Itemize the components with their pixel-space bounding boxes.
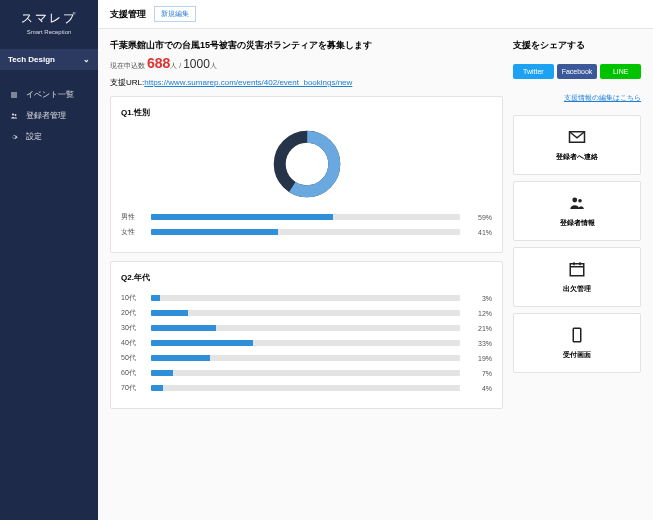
nav-label: 登録者管理 — [26, 110, 66, 121]
share-line-button[interactable]: LINE — [600, 64, 641, 79]
share-twitter-button[interactable]: Twitter — [513, 64, 554, 79]
bar-value: 21% — [468, 325, 492, 332]
bar-row: 70代4% — [121, 383, 492, 393]
card-title: Q1.性別 — [121, 107, 492, 118]
bar-fill — [151, 295, 160, 301]
nav-item-settings[interactable]: 設定 — [0, 126, 98, 147]
users-icon — [568, 194, 586, 212]
topbar: 支援管理 新規編集 — [98, 0, 653, 29]
bar-value: 12% — [468, 310, 492, 317]
bar-row: 30代21% — [121, 323, 492, 333]
bar-label: 50代 — [121, 353, 143, 363]
support-url-link[interactable]: https://www.sumarep.com/events/402/event… — [144, 78, 352, 87]
edit-support-link[interactable]: 支援情報の編集はこちら — [513, 93, 641, 103]
bar-label: 10代 — [121, 293, 143, 303]
left-column: 千葉県館山市での台風15号被害の災害ボランティアを募集します 現在申込数 688… — [110, 39, 503, 417]
app-root: スマレプ Smart Reception Tech Design ⌄ イベント一… — [0, 0, 653, 520]
org-name: Tech Design — [8, 55, 55, 64]
share-buttons: Twitter Facebook LINE — [513, 64, 641, 79]
page-title: 支援管理 — [110, 8, 146, 21]
bar-track — [151, 370, 460, 376]
bar-row: 60代7% — [121, 368, 492, 378]
bar-row: 20代12% — [121, 308, 492, 318]
bar-row: 10代3% — [121, 293, 492, 303]
action-reception-screen[interactable]: 受付画面 — [513, 313, 641, 373]
card-q2: Q2.年代 10代3%20代12%30代21%40代33%50代19%60代7%… — [110, 261, 503, 409]
url-label: 支援URL: — [110, 78, 144, 87]
svg-point-4 — [15, 114, 17, 116]
card-title: Q2.年代 — [121, 272, 492, 283]
bar-value: 59% — [468, 214, 492, 221]
svg-rect-1 — [11, 94, 17, 95]
bar-fill — [151, 325, 216, 331]
card-q1: Q1.性別 男性59%女性41% — [110, 96, 503, 253]
count-prefix: 現在申込数 — [110, 62, 145, 69]
bar-label: 30代 — [121, 323, 143, 333]
count-unit2: 人 — [210, 62, 217, 69]
share-facebook-button[interactable]: Facebook — [557, 64, 598, 79]
share-title: 支援をシェアする — [513, 39, 641, 52]
svg-point-3 — [12, 113, 14, 115]
users-icon — [10, 112, 18, 120]
bar-track — [151, 340, 460, 346]
brand: スマレプ Smart Reception — [0, 0, 98, 43]
bar-track — [151, 229, 460, 235]
bar-fill — [151, 214, 333, 220]
main: 支援管理 新規編集 千葉県館山市での台風15号被害の災害ボランティアを募集します… — [98, 0, 653, 520]
nav-label: イベント一覧 — [26, 89, 74, 100]
bar-fill — [151, 310, 188, 316]
bar-track — [151, 385, 460, 391]
count-current: 688 — [147, 55, 170, 71]
list-icon — [10, 91, 18, 99]
event-title: 千葉県館山市での台風15号被害の災害ボランティアを募集します — [110, 39, 503, 52]
bar-label: 40代 — [121, 338, 143, 348]
bar-label: 60代 — [121, 368, 143, 378]
bar-value: 19% — [468, 355, 492, 362]
bar-value: 33% — [468, 340, 492, 347]
content: 千葉県館山市での台風15号被害の災害ボランティアを募集します 現在申込数 688… — [98, 29, 653, 427]
bar-track — [151, 355, 460, 361]
bar-track — [151, 310, 460, 316]
bar-track — [151, 325, 460, 331]
q1-bars: 男性59%女性41% — [121, 212, 492, 237]
bar-label: 女性 — [121, 227, 143, 237]
nav-item-events[interactable]: イベント一覧 — [0, 84, 98, 105]
nav-item-registrants[interactable]: 登録者管理 — [0, 105, 98, 126]
nav-label: 設定 — [26, 131, 42, 142]
bar-fill — [151, 385, 163, 391]
bar-value: 7% — [468, 370, 492, 377]
org-selector[interactable]: Tech Design ⌄ — [0, 49, 98, 70]
device-icon — [568, 326, 586, 344]
action-label: 登録者情報 — [560, 218, 595, 228]
right-column: 支援をシェアする Twitter Facebook LINE 支援情報の編集はこ… — [513, 39, 641, 417]
mail-icon — [568, 128, 586, 146]
q2-bars: 10代3%20代12%30代21%40代33%50代19%60代7%70代4% — [121, 293, 492, 393]
bar-value: 3% — [468, 295, 492, 302]
calendar-icon — [568, 260, 586, 278]
applicant-count: 現在申込数 688人 / 1000人 — [110, 55, 503, 71]
chevron-down-icon: ⌄ — [83, 55, 90, 64]
new-edit-button[interactable]: 新規編集 — [154, 6, 196, 22]
action-attendance[interactable]: 出欠管理 — [513, 247, 641, 307]
bar-row: 50代19% — [121, 353, 492, 363]
bar-fill — [151, 355, 210, 361]
bar-label: 男性 — [121, 212, 143, 222]
action-label: 登録者へ連絡 — [556, 152, 598, 162]
svg-point-7 — [572, 198, 577, 203]
bar-label: 70代 — [121, 383, 143, 393]
gear-icon — [10, 133, 18, 141]
bar-track — [151, 214, 460, 220]
action-registrant-info[interactable]: 登録者情報 — [513, 181, 641, 241]
sidebar: スマレプ Smart Reception Tech Design ⌄ イベント一… — [0, 0, 98, 520]
donut-svg — [271, 128, 343, 200]
bar-fill — [151, 229, 278, 235]
action-label: 受付画面 — [563, 350, 591, 360]
donut-chart — [121, 128, 492, 200]
bar-label: 20代 — [121, 308, 143, 318]
bar-row: 男性59% — [121, 212, 492, 222]
bar-row: 40代33% — [121, 338, 492, 348]
bar-row: 女性41% — [121, 227, 492, 237]
action-contact-registrants[interactable]: 登録者へ連絡 — [513, 115, 641, 175]
svg-point-8 — [578, 199, 582, 203]
action-label: 出欠管理 — [563, 284, 591, 294]
